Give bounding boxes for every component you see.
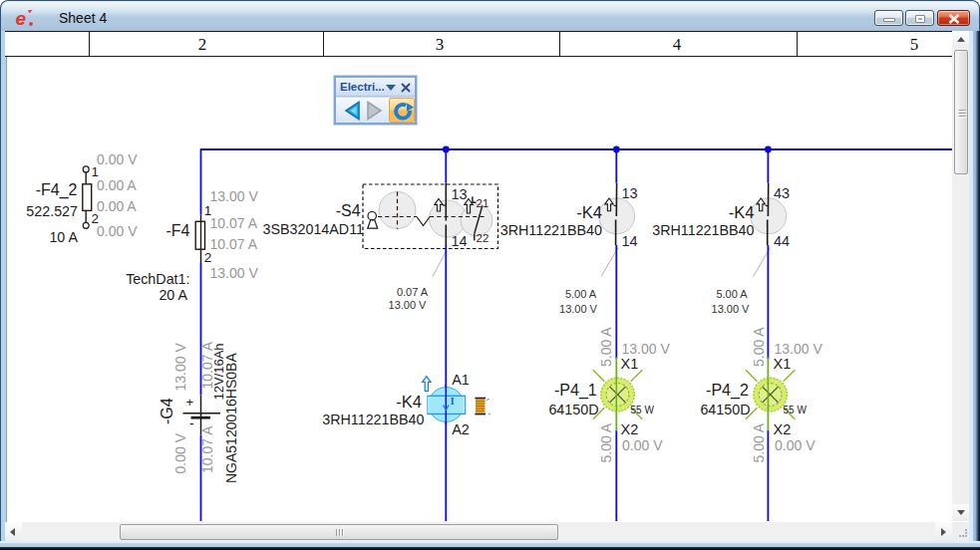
svg-text:X1: X1	[621, 356, 639, 372]
svg-text:13.00 V: 13.00 V	[775, 341, 823, 357]
svg-text:0.00 V: 0.00 V	[97, 223, 138, 239]
svg-text:I: I	[451, 396, 455, 407]
svg-text:0.00 A: 0.00 A	[97, 198, 137, 214]
svg-text:13.00 V: 13.00 V	[712, 303, 751, 315]
svg-text:0.00 V: 0.00 V	[172, 432, 188, 473]
svg-text:14: 14	[622, 233, 638, 249]
svg-text:10.07 A: 10.07 A	[199, 425, 215, 473]
svg-text:X2: X2	[774, 421, 792, 437]
svg-text:13.00 V: 13.00 V	[559, 303, 598, 315]
svg-text:3RH11221BB40: 3RH11221BB40	[500, 222, 602, 238]
svg-text:21: 21	[477, 197, 490, 209]
svg-text:55 W: 55 W	[784, 405, 808, 415]
svg-text:13.00 V: 13.00 V	[389, 299, 428, 311]
svg-text:44: 44	[774, 233, 790, 249]
svg-text:55 W: 55 W	[631, 405, 655, 415]
svg-text:5.00 A: 5.00 A	[565, 288, 597, 300]
svg-text:-K4: -K4	[729, 203, 755, 221]
svg-text:5.00 A: 5.00 A	[598, 327, 614, 367]
svg-text:A1: A1	[452, 372, 470, 388]
svg-text:13.00 V: 13.00 V	[210, 188, 259, 204]
svg-text:-K4: -K4	[396, 393, 422, 411]
svg-text:22: 22	[477, 232, 490, 244]
svg-text:5.00 A: 5.00 A	[751, 327, 767, 367]
svg-text:13: 13	[622, 185, 638, 201]
svg-text:+: +	[186, 395, 194, 410]
svg-text:3RH11221BB40: 3RH11221BB40	[652, 222, 754, 238]
svg-text:-: -	[189, 415, 194, 431]
svg-text:0.00 V: 0.00 V	[97, 151, 138, 167]
svg-text:43: 43	[774, 185, 790, 201]
svg-text:0.00 V: 0.00 V	[775, 437, 816, 453]
svg-text:13.00 V: 13.00 V	[210, 265, 259, 281]
svg-text:10.07 A: 10.07 A	[210, 236, 258, 252]
svg-text:0.00 A: 0.00 A	[97, 177, 137, 193]
svg-text:13: 13	[452, 186, 468, 202]
svg-text:13.00 V: 13.00 V	[622, 341, 671, 357]
svg-text:20 A: 20 A	[159, 287, 187, 303]
svg-text:-F4_2: -F4_2	[36, 181, 78, 199]
svg-text:A2: A2	[452, 421, 470, 437]
svg-text:-G4: -G4	[159, 398, 175, 424]
svg-text:14: 14	[452, 233, 468, 249]
svg-text:522.527: 522.527	[26, 203, 78, 219]
svg-text:-P4_2: -P4_2	[706, 382, 749, 400]
svg-text:X2: X2	[621, 421, 639, 437]
svg-text:5.00 A: 5.00 A	[716, 288, 748, 300]
svg-text:3RH11221BB40: 3RH11221BB40	[322, 412, 424, 427]
svg-text:10 A: 10 A	[49, 229, 78, 245]
svg-text:1: 1	[92, 164, 100, 179]
svg-text:5.00 A: 5.00 A	[598, 422, 614, 462]
svg-text:64150D: 64150D	[548, 402, 598, 417]
svg-text:-P4_1: -P4_1	[554, 382, 597, 400]
svg-text:NGA5120016HS0BA: NGA5120016HS0BA	[223, 353, 239, 483]
svg-text:5.00 A: 5.00 A	[751, 422, 767, 462]
svg-text:-F4: -F4	[166, 222, 190, 239]
svg-text:13.00 V: 13.00 V	[172, 343, 188, 392]
svg-text:2: 2	[92, 211, 100, 226]
svg-text:0.07 A: 0.07 A	[397, 286, 429, 298]
svg-text:64150D: 64150D	[700, 402, 750, 417]
svg-text:1: 1	[204, 203, 212, 218]
svg-text:2: 2	[204, 250, 212, 265]
svg-text:0.00 V: 0.00 V	[622, 437, 663, 453]
svg-text:-S4: -S4	[336, 202, 361, 219]
svg-text:10.07 A: 10.07 A	[210, 215, 258, 231]
svg-text:X1: X1	[774, 356, 792, 372]
svg-text:3SB32014AD11: 3SB32014AD11	[263, 221, 365, 237]
svg-text:TechDat1:: TechDat1:	[126, 271, 189, 287]
svg-text:-K4: -K4	[576, 203, 602, 221]
